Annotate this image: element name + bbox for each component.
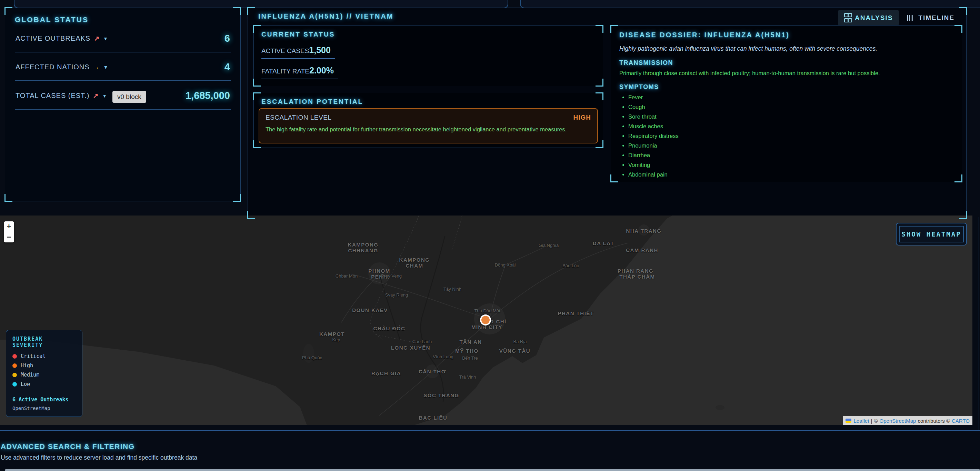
symptom-item: Fever xyxy=(628,94,953,101)
show-heatmap-button[interactable]: SHOW HEATMAP xyxy=(896,223,967,245)
map-city-label: SÓC TRĂNG xyxy=(423,392,459,398)
map-city-label: Trà Vinh xyxy=(459,374,476,380)
openstreetmap-link[interactable]: OpenStreetMap xyxy=(880,418,916,424)
corner-bracket xyxy=(5,7,13,15)
map-city-label: DA LAT xyxy=(593,240,614,246)
current-status-title: CURRENT STATUS xyxy=(261,31,335,38)
symptom-item: Sore throat xyxy=(628,113,953,120)
map-island-phu-quoc xyxy=(303,344,314,363)
metric-label: TOTAL CASES (EST.) xyxy=(16,92,89,100)
map-city-label: Cao Lãnh xyxy=(412,339,432,344)
carto-link[interactable]: CARTO xyxy=(952,418,970,424)
corner-bracket xyxy=(247,7,255,15)
map-city-label: TÂN AN xyxy=(459,339,482,345)
tab-analysis[interactable]: ANALYSIS xyxy=(838,10,899,25)
legend-title: OUTBREAK SEVERITY xyxy=(13,336,76,348)
trend-arrow-icon: ↗ xyxy=(94,35,100,42)
severity-dot-icon xyxy=(13,354,17,359)
severity-dot-icon xyxy=(13,373,17,377)
active-cases-metric: ACTIVE CASES1,500 xyxy=(261,45,335,59)
global-status-panel: GLOBAL STATUS ACTIVE OUTBREAKS ↗ ▼ 6 AFF… xyxy=(5,8,241,201)
outbreak-marker-ho-chi-minh[interactable] xyxy=(480,315,491,326)
symptom-item: Respiratory distress xyxy=(628,133,953,139)
map-city-label: PHAN THIẾT xyxy=(558,310,594,316)
corner-bracket xyxy=(253,92,261,100)
severity-dot-icon xyxy=(13,363,17,368)
corner-bracket xyxy=(233,7,241,15)
map-city-label: Phú Quốc xyxy=(302,355,322,360)
trend-arrow-icon: → xyxy=(93,64,100,71)
legend-item: Medium xyxy=(13,372,76,378)
ukraine-flag-icon xyxy=(846,418,851,423)
tab-timeline[interactable]: TIMELINE xyxy=(901,11,961,25)
corner-bracket xyxy=(610,25,618,33)
zoom-out-button[interactable]: − xyxy=(4,232,14,242)
global-status-row[interactable]: AFFECTED NATIONS → ▼ 4 xyxy=(15,53,231,81)
map-attribution: Leaflet | © OpenStreetMap contributors ©… xyxy=(843,416,972,425)
map-city-label: Prey Veng xyxy=(381,274,402,278)
map-city-label: Vĩnh Long xyxy=(433,354,453,359)
corner-bracket xyxy=(595,25,603,33)
corner-bracket xyxy=(595,79,603,86)
map-city-label: Bảo Lộc xyxy=(562,263,579,268)
top-cutoff-panel-left xyxy=(14,0,508,8)
trend-arrow-icon: ↗ xyxy=(93,92,99,100)
outbreak-dashboard: GLOBAL STATUS ACTIVE OUTBREAKS ↗ ▼ 6 AFF… xyxy=(0,0,980,471)
active-cases-label: ACTIVE CASES xyxy=(261,47,309,54)
corner-bracket xyxy=(595,92,603,100)
advanced-search-section: ADVANCED SEARCH & FILTERING Use advanced… xyxy=(0,430,980,471)
map-city-label: Gia Nghĩa xyxy=(539,243,559,248)
zoom-in-button[interactable]: + xyxy=(4,221,14,232)
metric-label: AFFECTED NATIONS xyxy=(16,63,90,71)
symptoms-list: FeverCoughSore throatMuscle achesRespira… xyxy=(622,94,953,178)
map-city-label: VŨNG TÀU xyxy=(499,348,530,354)
attribution-copyright: © xyxy=(874,418,878,424)
map-city-label: Svay Rieng xyxy=(385,293,408,298)
symptom-item: Pneumonia xyxy=(628,142,953,149)
outbreak-map[interactable]: KAMPONGCHHNANGKAMPONGCHAMPHNOMPENHDOUN K… xyxy=(0,215,972,425)
escalation-level-label: ESCALATION LEVEL xyxy=(266,114,331,121)
legend-items: Critical High Medium Low xyxy=(13,353,76,387)
map-city-label: Bà Rịa xyxy=(513,339,527,344)
map-city-label: CHAM xyxy=(406,263,423,269)
corner-bracket xyxy=(253,140,261,148)
map-city-label: CHHNANG xyxy=(348,248,378,253)
outbreak-title: INFLUENZA A(H5N1) // VIETNAM xyxy=(258,13,394,20)
show-heatmap-label: SHOW HEATMAP xyxy=(899,226,964,242)
metric-value: 1,685,000 xyxy=(186,90,230,101)
tab-analysis-label: ANALYSIS xyxy=(855,14,893,22)
map-city-label: KAMPOT xyxy=(319,331,345,337)
symptom-item: Cough xyxy=(628,104,953,110)
global-status-row[interactable]: ACTIVE OUTBREAKS ↗ ▼ 6 xyxy=(15,24,231,53)
corner-bracket xyxy=(610,175,618,182)
corner-bracket xyxy=(5,194,13,202)
grid-icon xyxy=(844,13,851,22)
leaflet-link[interactable]: Leaflet xyxy=(854,418,869,424)
corner-bracket xyxy=(595,140,603,148)
global-status-title: GLOBAL STATUS xyxy=(15,16,231,24)
map-city-label: DOUN KAEV xyxy=(352,307,388,313)
fatality-rate-value: 2.00% xyxy=(309,65,334,75)
map-city-label: MỸ THO xyxy=(455,348,478,354)
map-city-label: –THÁP CHÀM xyxy=(616,274,655,280)
chevron-down-icon: ▼ xyxy=(102,93,107,99)
chevron-down-icon: ▼ xyxy=(103,36,108,41)
map-city-label: LONG XUYÊN xyxy=(391,345,430,351)
search-input-cutoff[interactable] xyxy=(5,469,980,471)
corner-bracket xyxy=(955,175,963,182)
corner-bracket xyxy=(959,7,967,15)
corner-bracket xyxy=(959,211,967,219)
symptoms-heading: SYMPTOMS xyxy=(619,83,953,91)
legend-outbreak-count: 6 Active Outbreaks xyxy=(13,396,76,403)
map-city-label: PHAN RANG xyxy=(617,268,654,274)
corner-bracket xyxy=(253,25,261,33)
advanced-search-subtitle: Use advanced filters to reduce server lo… xyxy=(1,454,197,461)
map-city-label: PHNOM xyxy=(368,268,390,274)
legend-item: High xyxy=(13,363,76,369)
map-city-label: KAMPONG xyxy=(399,257,430,263)
legend-item-label: Medium xyxy=(21,372,39,378)
corner-bracket xyxy=(233,194,241,202)
map-city-label: BẠC LIÊU xyxy=(419,415,448,421)
map-city-label: Thủ Dầu Một xyxy=(474,308,500,313)
legend-item-label: Critical xyxy=(21,353,46,359)
